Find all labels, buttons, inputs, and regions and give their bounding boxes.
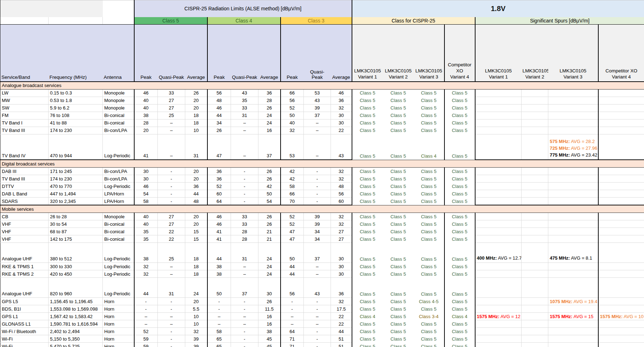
spur-cell[interactable] [475,278,522,298]
limit-cell[interactable]: - [158,175,185,183]
limit-cell[interactable]: - [281,298,304,305]
band-class3[interactable]: Class 3 [281,17,352,25]
limit-cell[interactable]: 26 [258,213,281,220]
limit-cell[interactable]: 30 [331,270,352,278]
spur-variant-header-2[interactable]: LMK3C0105Variant 2 [522,25,548,82]
service-cell[interactable]: GLONASS L1 [0,320,49,328]
limit-cell[interactable]: 46 [331,89,352,97]
frequency-cell[interactable]: 142 to 175 [49,235,103,243]
limit-cell[interactable]: 20 [185,175,207,183]
limit-cell[interactable]: 60 [331,198,352,205]
class-rating-cell[interactable]: Class 5 [414,270,444,278]
limit-cell[interactable]: 25 [158,243,185,263]
service-cell[interactable]: LW [0,89,49,97]
class-rating-cell[interactable]: Class 5 [383,313,414,320]
spur-cell[interactable] [598,328,644,335]
class-rating-cell[interactable]: Class 5 [383,343,414,347]
service-cell[interactable]: SW [0,104,49,112]
limit-cell[interactable]: – [304,119,331,127]
frequency-cell[interactable]: 420 to 450 [49,270,103,278]
class-rating-cell[interactable]: Class 5 [414,104,444,112]
limit-cell[interactable]: 52 [281,213,304,220]
spur-cell[interactable] [522,119,548,127]
spur-cell[interactable] [475,228,522,235]
col-header-peak[interactable]: Peak [281,25,304,82]
class-rating-cell[interactable]: Class 5 [444,335,475,343]
limit-cell[interactable]: 26 [258,175,281,183]
limit-cell[interactable]: 31 [231,243,258,263]
limit-cell[interactable]: 46 [207,220,231,228]
class-rating-cell[interactable]: Class 5 [414,89,444,97]
antenna-cell[interactable]: Horn [103,305,134,313]
frequency-cell[interactable]: 380 to 512 [49,243,103,263]
spur-cell[interactable] [598,89,644,97]
class-rating-cell[interactable]: Class 5 [444,328,475,335]
limit-cell[interactable]: 22 [331,320,352,328]
limit-cell[interactable]: – [158,270,185,278]
antenna-cell[interactable]: Monopole [103,104,134,112]
limit-cell[interactable]: 16 [258,313,281,320]
spur-cell[interactable] [548,335,598,343]
limit-cell[interactable]: 10 [185,127,207,134]
spur-cell[interactable] [548,278,598,298]
limit-cell[interactable]: 44 [185,190,207,198]
frequency-cell[interactable]: 171 to 245 [49,168,103,175]
class-rating-cell[interactable]: Class 5 [383,305,414,313]
limit-cell[interactable]: 47 [281,228,304,235]
spur-cell[interactable] [548,104,598,112]
service-cell[interactable]: VHF [0,220,49,228]
antenna-cell[interactable]: Log-Periodic [103,263,134,270]
limit-cell[interactable]: 41 [134,134,158,160]
class-rating-cell[interactable]: Class 5 [444,235,475,243]
class-rating-cell[interactable]: Class 5 [352,134,383,160]
variant-header-2[interactable]: LMK3C0105Variant 2 [383,25,414,82]
limit-cell[interactable]: 48 [185,198,207,205]
spur-cell[interactable] [548,168,598,175]
class-rating-cell[interactable]: Class 5 [352,320,383,328]
limit-cell[interactable]: 56 [207,89,231,97]
limit-cell[interactable]: 22 [331,313,352,320]
band-class5[interactable]: Class 5 [134,17,207,25]
service-cell[interactable]: Analogue UHF [0,278,49,298]
service-cell[interactable]: RKE & TPMS 1 [0,263,49,270]
limit-cell[interactable]: 54 [258,198,281,205]
limit-cell[interactable]: - [231,175,258,183]
spur-cell[interactable] [522,134,548,160]
spur-cell[interactable] [598,243,644,263]
spur-cell[interactable] [598,134,644,160]
limit-cell[interactable]: 38 [207,263,231,270]
class-rating-cell[interactable]: Class 5 [444,343,475,347]
service-cell[interactable]: Wi-Fi [0,335,49,343]
spur-cell[interactable]: 1575 MHz: AVG = 12 [475,313,522,320]
limit-cell[interactable]: 27 [331,235,352,243]
spur-cell[interactable] [522,220,548,228]
limit-cell[interactable]: 20 [185,104,207,112]
limit-cell[interactable]: 40 [281,119,304,127]
class-rating-cell[interactable]: Class 5 [383,183,414,190]
frequency-cell[interactable]: 1,567.42 to 1,583.42 [49,313,103,320]
frequency-cell[interactable]: 30 to 54 [49,220,103,228]
limit-cell[interactable]: 27 [158,220,185,228]
service-cell[interactable]: TV Band IV [0,134,49,160]
spur-cell[interactable] [522,298,548,305]
antenna-cell[interactable]: Horn [103,320,134,328]
class-rating-cell[interactable]: Class 5 [444,89,475,97]
spur-cell[interactable] [598,97,644,104]
limit-cell[interactable]: - [231,328,258,335]
spur-cell[interactable] [598,220,644,228]
service-cell[interactable]: SDARS [0,198,49,205]
limit-cell[interactable]: 26 [258,298,281,305]
limit-cell[interactable]: – [158,263,185,270]
spur-cell[interactable] [548,190,598,198]
col-header-average[interactable]: Average [331,25,352,82]
frequency-cell[interactable]: 1,590.781 to 1,616.594 [49,320,103,328]
blank-white-cell[interactable] [103,0,134,17]
voltage-title[interactable]: 1.8V [352,0,644,17]
spur-cell[interactable] [522,278,548,298]
blank-cell[interactable] [49,17,103,25]
limit-cell[interactable]: 26 [258,104,281,112]
class-rating-cell[interactable]: Class 5 [444,168,475,175]
limit-cell[interactable]: 15 [185,228,207,235]
class-rating-cell[interactable]: Class 3-4 [414,313,444,320]
limit-cell[interactable]: - [304,175,331,183]
